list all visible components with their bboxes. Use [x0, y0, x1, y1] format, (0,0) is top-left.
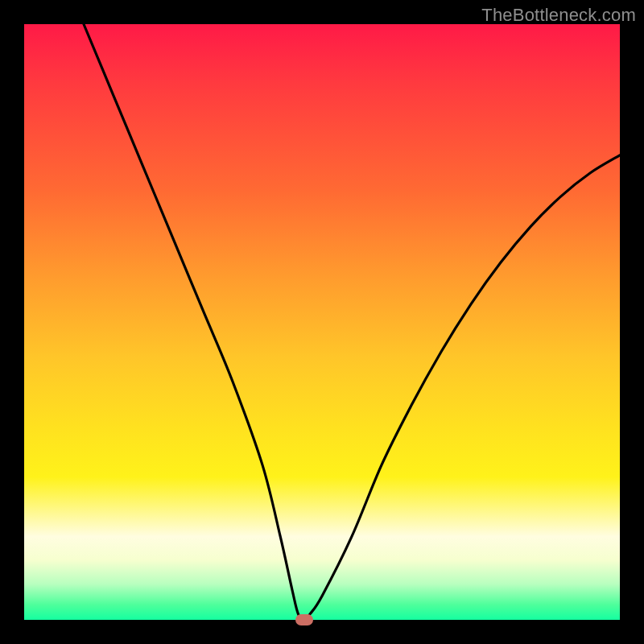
chart-frame: TheBottleneck.com: [0, 0, 644, 644]
watermark-label: TheBottleneck.com: [481, 5, 636, 26]
plot-area: [24, 24, 620, 620]
bottleneck-curve: [24, 24, 620, 620]
minimum-marker-icon: [295, 614, 313, 625]
